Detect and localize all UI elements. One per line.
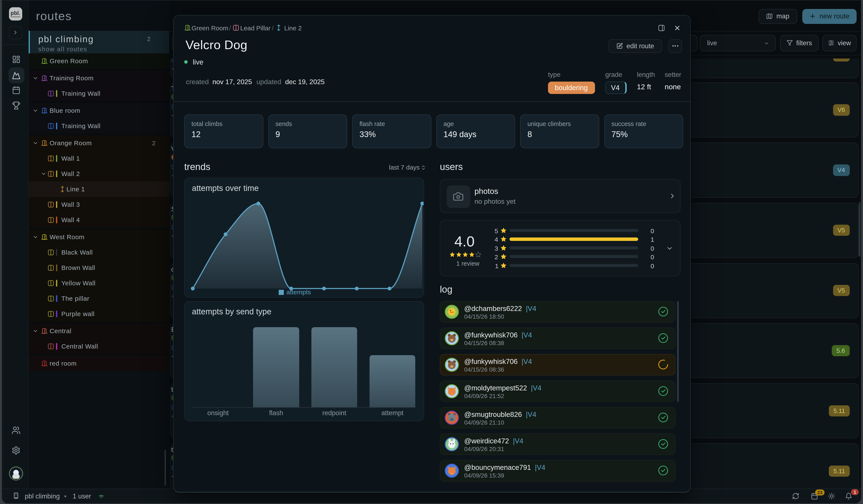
svg-text:attempt: attempt xyxy=(381,409,403,417)
svg-text:attempts: attempts xyxy=(286,288,311,295)
svg-text:flash: flash xyxy=(269,409,283,417)
svg-text:onsight: onsight xyxy=(207,409,229,417)
svg-text:redpoint: redpoint xyxy=(322,409,346,417)
